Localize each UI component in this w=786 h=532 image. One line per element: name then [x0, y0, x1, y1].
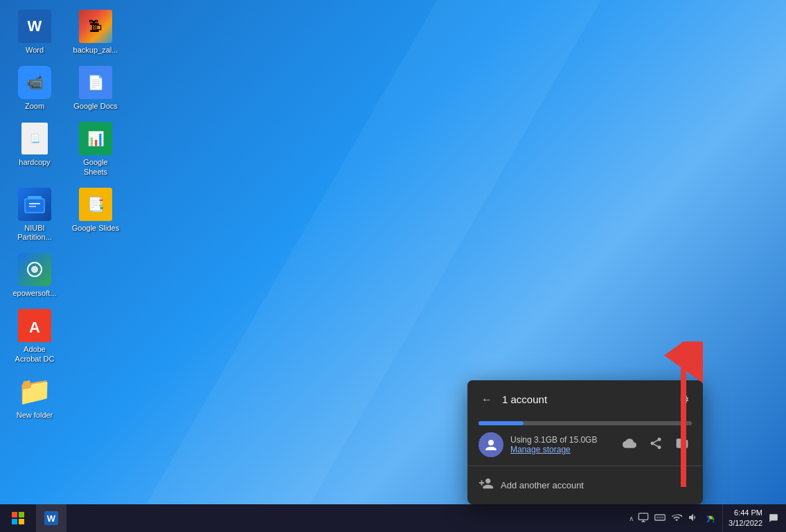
- account-details: Using 3.1GB of 15.0GB Manage storage: [510, 435, 597, 454]
- icon-google-docs[interactable]: 📄 Google Docs: [68, 63, 123, 114]
- system-tray: ∧: [629, 511, 718, 526]
- icon-google-sheets[interactable]: 📊 Google Sheets: [68, 119, 123, 179]
- gdrive-tray-icon[interactable]: [703, 511, 718, 526]
- add-account-label: Add another account: [501, 480, 584, 490]
- icon-row-4: epowersoft...: [7, 250, 123, 301]
- taskbar: W ∧: [0, 504, 786, 532]
- icon-new-folder[interactable]: 📁 New folder: [7, 372, 62, 423]
- gslides-icon: 📑: [79, 188, 112, 221]
- popup-back-button[interactable]: ←: [479, 391, 495, 409]
- hardcopy-icon: 📃: [18, 122, 51, 155]
- svg-text:A: A: [29, 319, 40, 336]
- icon-backup-zal[interactable]: 🗜 backup_zal...: [68, 7, 123, 57]
- icon-row-5: A Adobe Acrobat DC: [7, 306, 123, 366]
- svg-point-9: [488, 440, 494, 445]
- icon-apowersoft[interactable]: epowersoft...: [7, 250, 62, 301]
- add-person-icon: [479, 476, 494, 495]
- svg-point-10: [658, 437, 661, 441]
- svg-rect-17: [638, 513, 647, 520]
- icon-niubi[interactable]: NIUBI Partition...: [7, 185, 62, 245]
- svg-point-6: [31, 266, 38, 273]
- icon-adobe-acrobat[interactable]: A Adobe Acrobat DC: [7, 306, 62, 366]
- svg-point-11: [651, 441, 654, 445]
- icon-acrobat-label: Adobe Acrobat DC: [10, 345, 60, 363]
- svg-rect-3: [29, 206, 36, 207]
- account-action-icons: [620, 434, 692, 456]
- icon-gdocs-label: Google Docs: [73, 102, 118, 111]
- svg-point-12: [658, 445, 661, 449]
- ethernet-icon[interactable]: [653, 511, 667, 526]
- niubi-icon: [18, 188, 51, 221]
- gdocs-icon: 📄: [79, 66, 112, 99]
- icon-row-6: 📁 New folder: [7, 372, 123, 423]
- icon-backup-label: backup_zal...: [73, 46, 118, 55]
- icon-row-1: 📹 Zoom 📄 Google Docs: [7, 63, 123, 114]
- taskbar-left: W: [0, 504, 66, 532]
- acrobat-icon: A: [18, 309, 51, 342]
- popup-title: 1 account: [502, 393, 547, 405]
- start-button[interactable]: [3, 504, 33, 532]
- svg-rect-2: [29, 203, 40, 204]
- taskbar-word-button[interactable]: W: [36, 504, 66, 532]
- icon-hardcopy[interactable]: 📃 hardcopy: [7, 119, 62, 179]
- account-avatar: [479, 432, 503, 457]
- svg-line-14: [654, 440, 658, 442]
- desktop-icons: W Word 🗜 backup_zal... 📹 Zoom 📄 Google D…: [7, 7, 123, 423]
- svg-line-13: [654, 444, 658, 446]
- icon-new-folder-label: New folder: [17, 411, 53, 420]
- popup-header: ← 1 account ⚙: [467, 380, 703, 416]
- volume-icon[interactable]: [686, 511, 700, 526]
- gsheets-icon: 📊: [79, 122, 112, 155]
- date-value: 3/12/2022: [729, 518, 762, 529]
- taskbar-time-display: 6:44 PM 3/12/2022: [729, 508, 762, 529]
- windows-logo-icon: [12, 512, 24, 524]
- icon-word[interactable]: W Word: [7, 7, 62, 57]
- icon-apowersoft-label: epowersoft...: [13, 289, 57, 298]
- share-icon[interactable]: [646, 434, 666, 456]
- icon-word-label: Word: [26, 46, 44, 55]
- notification-center-button[interactable]: [767, 511, 780, 525]
- storage-bar-fill: [479, 421, 524, 425]
- taskbar-right: ∧: [629, 504, 786, 532]
- network-icon[interactable]: [636, 511, 650, 526]
- folder-action-icon[interactable]: [672, 434, 692, 456]
- cloud-drive-icon[interactable]: [620, 434, 639, 456]
- icon-row-0: W Word 🗜 backup_zal...: [7, 7, 123, 57]
- icon-niubi-label: NIUBI Partition...: [10, 224, 60, 242]
- wifi-icon[interactable]: [670, 511, 684, 526]
- storage-text: Using 3.1GB of 15.0GB: [510, 435, 597, 445]
- show-hidden-icons-button[interactable]: ∧: [629, 515, 634, 522]
- storage-bar-container: [479, 421, 692, 425]
- popup-header-left: ← 1 account: [479, 391, 547, 409]
- icon-row-2: 📃 hardcopy 📊 Google Sheets: [7, 119, 123, 179]
- icon-zoom[interactable]: 📹 Zoom: [7, 63, 62, 114]
- word-icon: W: [18, 10, 51, 43]
- zoom-icon: 📹: [18, 66, 51, 99]
- time-value: 6:44 PM: [729, 508, 762, 518]
- account-info-row: Using 3.1GB of 15.0GB Manage storage: [479, 432, 692, 457]
- icon-row-3: NIUBI Partition... 📑 Google Slides: [7, 185, 123, 245]
- winrar-icon: 🗜: [79, 10, 112, 43]
- folder-icon: 📁: [18, 375, 51, 408]
- icon-google-slides[interactable]: 📑 Google Slides: [68, 185, 123, 245]
- icon-gsheets-label: Google Sheets: [71, 158, 120, 176]
- gdrive-popup: ← 1 account ⚙ Using 3.1GB of 15.0GB Mana: [467, 380, 703, 504]
- icon-zoom-label: Zoom: [25, 102, 44, 111]
- add-account-row[interactable]: Add another account: [467, 466, 703, 504]
- svg-rect-1: [28, 196, 42, 199]
- popup-settings-button[interactable]: ⚙: [677, 390, 692, 409]
- icon-gslides-label: Google Slides: [72, 224, 120, 233]
- taskbar-clock[interactable]: 6:44 PM 3/12/2022: [722, 504, 762, 532]
- icon-hardcopy-label: hardcopy: [19, 158, 50, 167]
- apowersoft-icon: [18, 253, 51, 286]
- popup-account-section: Using 3.1GB of 15.0GB Manage storage: [467, 416, 703, 466]
- svg-rect-20: [655, 515, 666, 520]
- account-left: Using 3.1GB of 15.0GB Manage storage: [479, 432, 597, 457]
- manage-storage-link[interactable]: Manage storage: [510, 445, 597, 454]
